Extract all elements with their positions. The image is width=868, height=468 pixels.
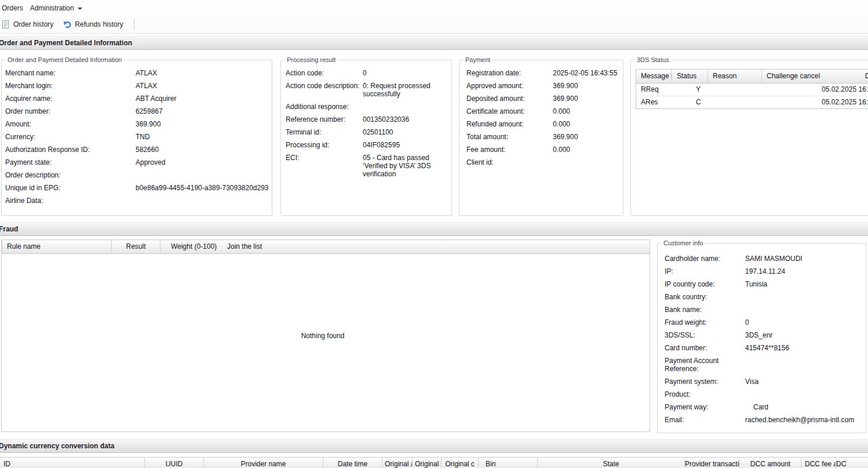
document-history-icon	[1, 20, 10, 29]
field-label: Product:	[665, 390, 745, 398]
field-row: Approved amount: 369.900	[466, 82, 623, 90]
field-label: 3DS/SSL:	[665, 331, 745, 339]
refunds-history-label: Refunds history	[75, 20, 123, 28]
payment-legend: Payment	[463, 56, 493, 63]
column-header[interactable]: Date time	[323, 458, 382, 468]
field-value: Tunisia	[745, 280, 862, 288]
column-header[interactable]: Challenge cancel	[762, 70, 860, 83]
field-label: Action code description:	[286, 82, 363, 98]
field-row: IP: 197.14.11.24	[665, 267, 862, 275]
field-value: 415474**8156	[745, 344, 862, 352]
field-label: Total amount:	[466, 133, 553, 141]
column-header[interactable]: Original c	[442, 458, 479, 468]
cell-date-time: 05.02.2025 16:45:	[817, 96, 868, 108]
field-value	[745, 293, 862, 301]
order-info-legend: Order and Payment Detailed Information	[5, 56, 125, 63]
column-header[interactable]: Message type	[636, 70, 672, 83]
field-value: 001350232036	[363, 115, 447, 124]
field-label: Refunded amount:	[466, 120, 553, 128]
column-header[interactable]: Provider transaction id	[685, 458, 740, 468]
column-header[interactable]: Original amount	[382, 458, 413, 468]
field-row: IP country code: Tunisia	[665, 280, 862, 288]
field-value: 0.000	[553, 146, 623, 154]
field-row: Payment way: Card	[665, 403, 862, 411]
field-value: 0: Request processed successfully	[363, 82, 447, 98]
column-header[interactable]: Status	[672, 70, 708, 83]
field-row: Bank name:	[665, 306, 862, 314]
field-label: IP country code:	[665, 280, 745, 288]
cell-status: C	[691, 96, 727, 108]
fraud-table: Rule name Result Weight (0-100) Join the…	[1, 240, 650, 432]
column-header[interactable]: Rule name	[2, 240, 111, 253]
order-history-label: Order history	[13, 20, 53, 28]
column-header[interactable]: Weight (0-100)	[160, 240, 227, 253]
field-value	[553, 158, 623, 166]
field-label: Cardholder name:	[665, 255, 745, 263]
field-value: 04IF082595	[363, 141, 447, 149]
fraud-table-header: Rule name Result Weight (0-100) Join the…	[2, 240, 650, 254]
threeds-legend: 3DS Status	[634, 56, 672, 63]
field-value: 369.900	[553, 82, 623, 90]
toolbar: Order history Refunds history	[0, 16, 868, 34]
dcc-table-header: ID UUID Provider name Date time Original…	[0, 457, 868, 468]
section-title: Fraud	[0, 225, 18, 233]
dcc-section-header: Dynamic currency conversion data	[0, 439, 868, 453]
cell-message-type: RReq	[636, 84, 691, 96]
column-header[interactable]: Bin	[479, 458, 538, 468]
field-value: 0	[363, 69, 447, 77]
field-value: 3DS_enr	[745, 331, 862, 339]
order-history-button[interactable]: Order history	[0, 18, 57, 31]
field-row: Terminal id: 02501100	[286, 128, 447, 136]
field-value: 582660	[136, 146, 272, 154]
field-label: Authorization Response ID:	[5, 146, 136, 154]
field-row: Merchant login: ATLAX	[5, 82, 272, 90]
column-header[interactable]: DCC amount	[740, 458, 801, 468]
field-value: 0.000	[553, 107, 623, 115]
section-title: Dynamic currency conversion data	[0, 442, 114, 450]
column-header[interactable]: Join the list	[227, 240, 262, 253]
field-label: Reference number:	[286, 115, 363, 124]
chevron-down-icon	[78, 8, 82, 10]
field-value: 05 - Card has passed ‘Verified by VISA’ …	[363, 154, 447, 178]
field-value	[136, 197, 272, 205]
field-label: Fraud weight:	[665, 318, 745, 326]
menu-item-administration[interactable]: Administration	[28, 2, 87, 14]
menu-item-label: Administration	[30, 4, 74, 12]
field-row: Registration date: 2025-02-05 16:43:55	[466, 69, 623, 77]
column-header[interactable]: UUID	[145, 458, 204, 468]
field-row: Fee amount: 0.000	[466, 146, 623, 154]
field-value: 2025-02-05 16:43:55	[553, 69, 623, 77]
payment-rows: Registration date: 2025-02-05 16:43:55 A…	[459, 63, 623, 166]
cell-status: Y	[691, 84, 727, 96]
column-header[interactable]: DC	[836, 458, 847, 468]
field-row: Action code: 0	[286, 69, 447, 77]
column-header[interactable]: DCC fee amount	[801, 458, 836, 468]
field-label: Merchant name:	[5, 69, 136, 77]
field-label: Registration date:	[466, 69, 553, 77]
refunds-history-button[interactable]: Refunds history	[59, 18, 126, 31]
column-header[interactable]: State	[538, 458, 685, 468]
column-header[interactable]: Original f	[413, 458, 442, 468]
column-header[interactable]: ID	[0, 458, 145, 468]
field-value: 02501100	[363, 128, 447, 136]
column-header[interactable]: Result	[111, 240, 160, 253]
field-row: ECI: 05 - Card has passed ‘Verified by V…	[286, 154, 447, 178]
column-header[interactable]: Provider name	[204, 458, 323, 468]
fraud-section-header: Fraud	[0, 222, 868, 236]
table-row[interactable]: RReq Y 05.02.2025 16:45:	[636, 84, 868, 96]
cell-challenge-cancel	[763, 96, 817, 108]
menu-item-orders[interactable]: Orders	[0, 2, 28, 14]
field-label: Payment state:	[5, 158, 136, 166]
customer-info-fieldset: Customer info Cardholder name: SAMI MASM…	[657, 240, 866, 433]
field-row: Reference number: 001350232036	[286, 115, 447, 124]
field-label: Client id:	[466, 158, 553, 166]
field-row: Card number: 415474**8156	[665, 344, 862, 352]
field-row: Unique id in EPG: b0e86a99-4455-4190-a38…	[5, 184, 272, 192]
order-info-fieldset: Order and Payment Detailed Information M…	[1, 56, 272, 216]
column-header[interactable]: Reason	[708, 70, 762, 83]
table-row[interactable]: ARes C 05.02.2025 16:45:	[636, 96, 868, 108]
field-value: ATLAX	[136, 82, 272, 90]
cell-reason	[727, 96, 763, 108]
column-header[interactable]: Date & Time	[860, 70, 868, 83]
order-section-header: Order and Payment Detailed Information	[0, 36, 868, 50]
